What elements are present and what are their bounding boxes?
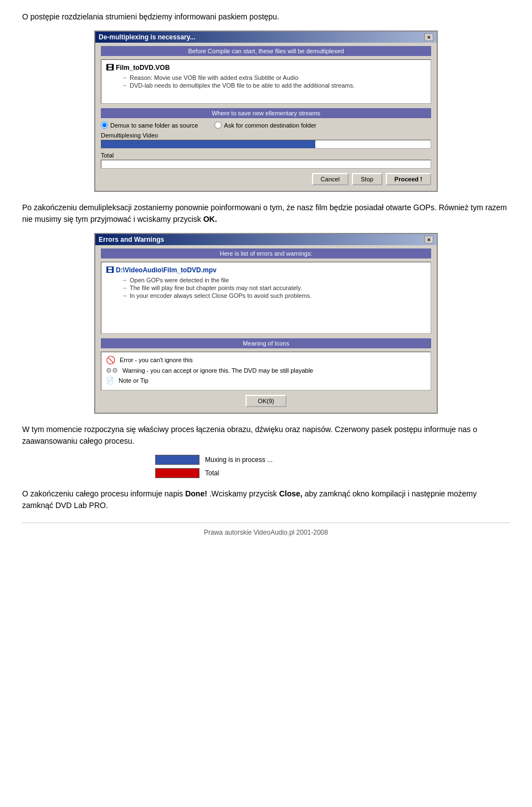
errors-arrow-3: → (121, 292, 127, 299)
errors-file-icon: 🎞 (106, 266, 114, 275)
errors-top-banner: Here is list of errors and warnings: (101, 248, 431, 258)
progress-row-total: Total (155, 468, 377, 478)
arrow-icon-2: → (121, 82, 127, 89)
errors-bullet-text-1: Open GOPs were detected in the file (130, 277, 229, 283)
demux-bullet-text-1: Reason: Movie use VOB file with added ex… (130, 74, 299, 81)
errors-ok-button[interactable]: OK(9) (245, 395, 286, 407)
radio-ask-label: Ask for common destination folder (224, 122, 316, 129)
demux-bullet-text-2: DVD-lab needs to demultiplex the VOB fil… (130, 82, 355, 89)
demux-close-button[interactable]: × (424, 33, 433, 41)
errors-arrow-1: → (121, 277, 127, 283)
errors-file-list: 🎞 D:\VideoAudio\Film_toDVD.mpv → Open GO… (101, 262, 431, 334)
mux-progress-bar-blue (155, 455, 200, 465)
error-icon: 🚫 (106, 356, 115, 364)
errors-file-row: 🎞 D:\VideoAudio\Film_toDVD.mpv (106, 266, 426, 275)
note-icon: 📄 (106, 377, 114, 384)
demux-file-row: 🎞 Film_toDVD.VOB (106, 63, 426, 72)
meaning-warn-label: Warning - you can accept or ignore this.… (122, 367, 313, 374)
footer: Prawa autorskie VideoAudio.pl 2001-2008 (22, 522, 510, 536)
errors-bullet-2: → The file will play fine but chapter po… (121, 285, 426, 291)
demux-bullet-1: → Reason: Movie use VOB file with added … (121, 74, 426, 81)
radio-ask-input[interactable] (214, 121, 222, 129)
errors-body: Here is list of errors and warnings: 🎞 D… (95, 245, 437, 413)
meaning-error-row: 🚫 Error - you can't ignore this (106, 356, 426, 364)
demux-dialog: De-multiplexing is necessary... × Before… (94, 31, 438, 192)
errors-bullet-1: → Open GOPs were detected in the file (121, 277, 426, 283)
demux-bullet-2: → DVD-lab needs to demultiplex the VOB f… (121, 82, 426, 89)
meaning-error-label: Error - you can't ignore this (120, 357, 193, 363)
final-paragraph: O zakończeniu całego procesu informuje n… (22, 488, 510, 511)
progress-section: Muxing is in process ... Total (155, 455, 377, 478)
errors-bullet-text-2: The file will play fine but chapter poin… (130, 285, 302, 291)
errors-close-button[interactable]: × (424, 236, 433, 243)
demux-total-progress-bar (101, 160, 431, 169)
meaning-note-row: 📄 Note or Tip (106, 377, 426, 384)
demux-video-progress-fill (101, 140, 315, 148)
demux-radio-row: Demux to same folder as source Ask for c… (101, 121, 431, 129)
demux-total-label: Total (101, 152, 431, 159)
demux-titlebar: De-multiplexing is necessary... × (95, 32, 437, 43)
progress-row-muxing: Muxing is in process ... (155, 455, 377, 465)
final-text-1: O zakończeniu całego procesu informuje n… (22, 489, 183, 498)
after-demux-ok: OK. (203, 215, 217, 224)
meaning-box: 🚫 Error - you can't ignore this ⚙⚙ Warni… (101, 352, 431, 390)
after-errors-paragraph: W tym momencie rozpoczyna się właściwy p… (22, 424, 510, 447)
errors-titlebar: Errors and Warnings × (95, 234, 437, 245)
meaning-banner: Meaning of Icons (101, 338, 431, 348)
after-demux-paragraph: Po zakończeniu demulipleksacji zostaniem… (22, 202, 510, 225)
film-file-icon: 🎞 (106, 63, 114, 72)
demux-file-list: 🎞 Film_toDVD.VOB → Reason: Movie use VOB… (101, 59, 431, 104)
demux-video-label: Demultiplexing Video (101, 132, 431, 139)
total-progress-label: Total (205, 469, 219, 477)
radio-demux-same[interactable]: Demux to same folder as source (101, 121, 198, 129)
radio-demux-ask[interactable]: Ask for common destination folder (214, 121, 316, 129)
meaning-warn-row: ⚙⚙ Warning - you can accept or ignore th… (106, 367, 426, 374)
warn-icon: ⚙⚙ (106, 367, 118, 374)
final-bold-close: Close, (279, 489, 303, 498)
radio-same-input[interactable] (101, 121, 108, 129)
errors-ok-btn-container: OK(9) (101, 395, 431, 407)
errors-dialog: Errors and Warnings × Here is list of er… (94, 233, 438, 414)
demux-stop-button[interactable]: Stop (352, 173, 382, 185)
demux-body: Before Compile can start, these files wi… (95, 43, 437, 191)
final-bold-done: Done! (185, 489, 207, 498)
errors-file-name: D:\VideoAudio\Film_toDVD.mpv (116, 266, 217, 274)
demux-cancel-button[interactable]: Cancel (312, 173, 349, 185)
final-text-2: .Wciskamy przycisk (209, 489, 277, 498)
intro-paragraph: O postępie rozdzielania strumieni będzie… (22, 11, 510, 23)
radio-same-label: Demux to same folder as source (110, 122, 198, 129)
errors-title: Errors and Warnings (99, 236, 164, 243)
demux-title: De-multiplexing is necessary... (99, 33, 196, 41)
after-demux-text: Po zakończeniu demulipleksacji zostaniem… (22, 203, 507, 224)
demux-video-progress-bar (101, 140, 431, 149)
demux-top-banner: Before Compile can start, these files wi… (101, 46, 431, 56)
mux-progress-label: Muxing is in process ... (205, 456, 273, 464)
demux-proceed-button[interactable]: Proceed ! (386, 173, 431, 185)
errors-arrow-2: → (121, 285, 127, 291)
demux-save-banner: Where to save new ellementary streams (101, 108, 431, 118)
demux-buttons: Cancel Stop Proceed ! (101, 173, 431, 185)
meaning-note-label: Note or Tip (119, 377, 149, 384)
total-progress-bar-red (155, 468, 200, 478)
demux-file-name: Film_toDVD.VOB (116, 64, 170, 72)
arrow-icon-1: → (121, 74, 127, 81)
errors-bullet-text-3: In your encoder always select Close GOPs… (130, 292, 311, 299)
errors-bullet-3: → In your encoder always select Close GO… (121, 292, 426, 299)
